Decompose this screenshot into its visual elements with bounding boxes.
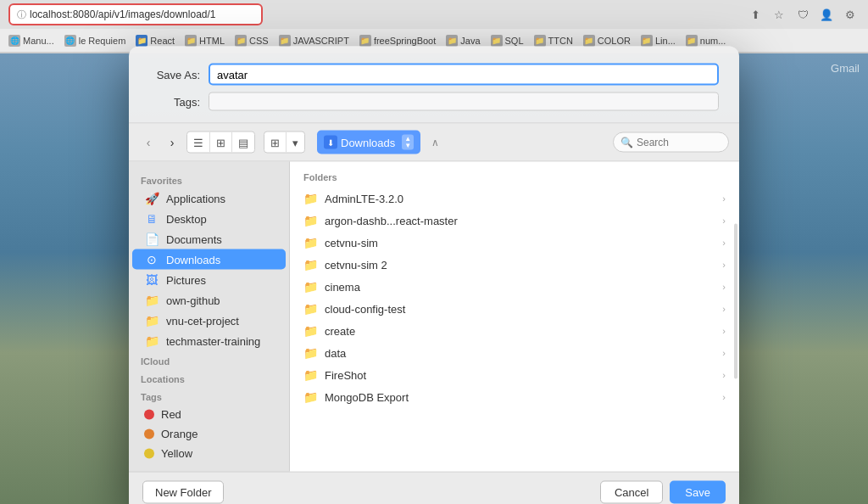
scrollbar[interactable] (734, 224, 737, 379)
file-row[interactable]: 📁 FireShot › (290, 364, 739, 386)
save-as-input[interactable] (209, 64, 719, 86)
sidebar-item-red[interactable]: Red (132, 405, 286, 424)
file-row[interactable]: 📁 cloud-config-test › (290, 298, 739, 320)
bookmark-icon-6: 📁 (359, 35, 371, 47)
bookmark-label-5: JAVASCRIPT (293, 36, 349, 46)
bookmark-le-requiem[interactable]: 🌐 le Requiem (64, 35, 126, 47)
bookmark-icon-3: 📁 (185, 35, 197, 47)
yellow-tag-dot (144, 448, 154, 458)
back-button[interactable]: ‹ (139, 133, 158, 152)
sidebar-item-techmaster-training[interactable]: 📁 techmaster-training (132, 331, 286, 351)
list-view-button[interactable]: ☰ (187, 132, 210, 153)
bookmark-ttcn[interactable]: 📁 TTCN (534, 35, 573, 47)
sidebar-item-own-github[interactable]: 📁 own-github (132, 290, 286, 311)
arrow-down-icon: ▼ (404, 143, 411, 149)
address-bar-icon: ⓘ (17, 8, 26, 21)
sidebar-item-yellow-label: Yellow (161, 447, 192, 460)
bookmark-num[interactable]: 📁 num... (686, 35, 726, 47)
save-as-row: Save As: (149, 64, 719, 86)
bookmark-sql[interactable]: 📁 SQL (491, 35, 524, 47)
tags-input[interactable] (209, 92, 719, 111)
icon-view-button[interactable]: ⊞ (210, 132, 232, 153)
downloads-folder-icon: ⬇ (324, 136, 337, 149)
bookmark-html[interactable]: 📁 HTML (185, 35, 225, 47)
bookmark-color[interactable]: 📁 COLOR (583, 35, 631, 47)
bookmark-icon-5: 📁 (279, 35, 291, 47)
sidebar-item-orange[interactable]: Orange (132, 424, 286, 444)
bookmark-label-11: Lin... (655, 36, 676, 46)
file-name: create (325, 324, 715, 337)
location-name: Downloads (341, 136, 395, 148)
folder-icon: 📁 (303, 192, 318, 205)
dropdown-arrows[interactable]: ▲ ▼ (402, 135, 414, 150)
shield-icon[interactable]: 🛡 (793, 5, 812, 24)
file-row[interactable]: 📁 create › (290, 320, 739, 342)
bookmark-label-0: Manu... (23, 36, 54, 46)
sidebar-item-desktop[interactable]: 🖥 Desktop (132, 209, 286, 229)
tags-label: Tags: (149, 95, 200, 108)
bookmark-label-2: React (150, 36, 175, 46)
share-icon[interactable]: ⬆ (746, 5, 765, 24)
file-name: cetvnu-sim 2 (325, 258, 715, 271)
footer-right: Cancel Save (600, 481, 726, 504)
sidebar-item-vnu-cet-project[interactable]: 📁 vnu-cet-project (132, 311, 286, 331)
techmaster-training-icon: 📁 (144, 334, 159, 348)
search-input[interactable] (637, 137, 721, 148)
expand-button[interactable]: ∧ (426, 133, 444, 152)
bookmark-manu[interactable]: 🌐 Manu... (8, 35, 54, 47)
file-row[interactable]: 📁 argon-dashb...react-master › (290, 210, 739, 232)
bookmark-lin[interactable]: 📁 Lin... (641, 35, 676, 47)
save-button[interactable]: Save (670, 481, 726, 504)
profile-icon[interactable]: 👤 (817, 5, 836, 24)
new-folder-button[interactable]: New Folder (142, 481, 224, 504)
bookmark-label-1: le Requiem (79, 36, 126, 46)
forward-button[interactable]: › (163, 133, 181, 152)
sidebar-item-documents[interactable]: 📄 Documents (132, 229, 286, 249)
chevron-down-view-button[interactable]: ▾ (287, 132, 304, 153)
address-bar[interactable]: ⓘ localhost:8080/api/v1/images/download/… (8, 3, 263, 25)
column-view-button[interactable]: ▤ (232, 132, 254, 153)
dialog-files: Folders 📁 AdminLTE-3.2.0 › 📁 argon-dashb… (290, 162, 739, 472)
applications-icon: 🚀 (144, 192, 159, 205)
bookmark-icon[interactable]: ☆ (770, 5, 788, 24)
bookmark-react[interactable]: 📁 React (136, 35, 175, 47)
folder-icon: 📁 (303, 214, 318, 227)
bookmark-java[interactable]: 📁 Java (446, 35, 480, 47)
bookmark-icon-10: 📁 (583, 35, 595, 47)
file-row[interactable]: 📁 AdminLTE-3.2.0 › (290, 188, 739, 210)
file-row[interactable]: 📁 MongoDB Export › (290, 386, 739, 408)
sidebar-item-pictures[interactable]: 🖼 Pictures (132, 270, 286, 290)
bookmark-icon-4: 📁 (235, 35, 247, 47)
sidebar-item-downloads[interactable]: ⊙ Downloads (132, 249, 286, 270)
bookmark-label-12: num... (700, 36, 726, 46)
chevron-right-icon: › (722, 216, 726, 226)
sidebar-item-red-label: Red (161, 408, 181, 421)
location-dropdown[interactable]: ⬇ Downloads ▲ ▼ (317, 131, 420, 154)
dialog-body: Favorites 🚀 Applications 🖥 Desktop 📄 Doc… (129, 162, 739, 472)
file-row[interactable]: 📁 cetvnu-sim 2 › (290, 254, 739, 276)
file-row[interactable]: 📁 cetvnu-sim › (290, 232, 739, 254)
file-row[interactable]: 📁 cinema › (290, 276, 739, 298)
sidebar-item-orange-label: Orange (161, 428, 198, 440)
bookmark-javascript[interactable]: 📁 JAVASCRIPT (279, 35, 349, 47)
settings-icon[interactable]: ⚙ (841, 5, 860, 24)
folder-icon: 📁 (303, 236, 318, 249)
bookmark-icon-1: 🌐 (64, 35, 76, 47)
bookmark-label-7: Java (460, 36, 480, 46)
view-toggle-2: ⊞ ▾ (264, 132, 305, 154)
file-row[interactable]: 📁 data › (290, 342, 739, 364)
desktop-icon: 🖥 (144, 212, 159, 226)
sidebar-item-documents-label: Documents (166, 232, 222, 245)
sidebar-item-applications[interactable]: 🚀 Applications (132, 188, 286, 209)
bookmark-icon-7: 📁 (446, 35, 458, 47)
cancel-button[interactable]: Cancel (600, 481, 663, 504)
bookmark-css[interactable]: 📁 CSS (235, 35, 269, 47)
documents-icon: 📄 (144, 232, 159, 246)
tags-row: Tags: (149, 92, 719, 111)
folder-icon: 📁 (303, 390, 318, 404)
file-name: cinema (325, 280, 715, 293)
bookmark-icon-0: 🌐 (8, 35, 20, 47)
sidebar-item-yellow[interactable]: Yellow (132, 444, 286, 463)
grid-view-button[interactable]: ⊞ (264, 132, 287, 153)
bookmark-freespringboot[interactable]: 📁 freeSpringBoot (359, 35, 436, 47)
